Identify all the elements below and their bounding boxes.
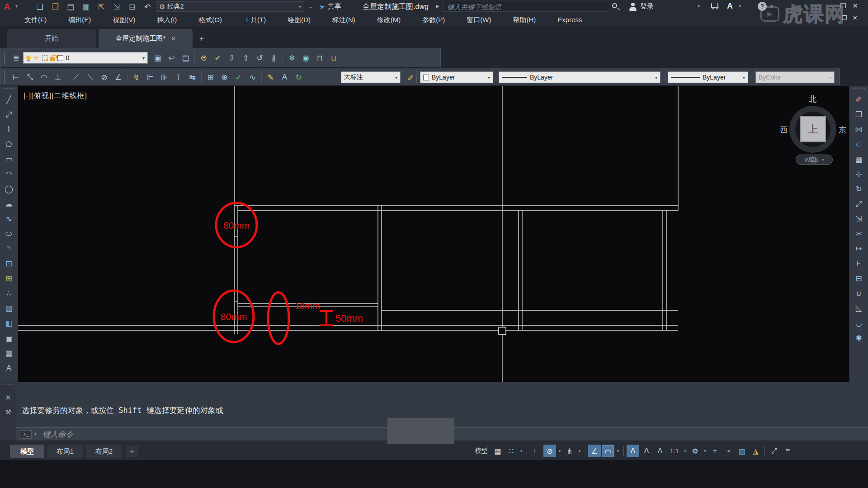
app-store-cart-icon[interactable]	[711, 3, 719, 8]
annotation-visibility-icon[interactable]: Λ	[627, 445, 639, 457]
layer-state-manager-icon[interactable]: ▤	[179, 51, 193, 65]
layer-walk-icon[interactable]: ↺	[253, 51, 267, 65]
hatch-icon[interactable]: ▨	[2, 301, 16, 316]
toolbar-grip[interactable]	[853, 88, 865, 91]
line-icon[interactable]: ╱	[2, 92, 16, 107]
spline-icon[interactable]: ∿	[2, 211, 16, 226]
region-icon[interactable]: ▣	[2, 331, 16, 346]
open-from-mobile-icon[interactable]: ⇲	[110, 1, 123, 12]
autocad-logo-icon[interactable]: A	[4, 1, 10, 12]
fillet-icon[interactable]: ◡	[852, 316, 866, 331]
layer-match-icon[interactable]: ✔	[211, 51, 225, 65]
wcs-dropdown[interactable]: WCS ▾	[796, 155, 833, 165]
login-dropdown-icon[interactable]: ▾	[698, 4, 700, 9]
login-button[interactable]: 登录	[640, 2, 654, 11]
compass-east-label[interactable]: 东	[839, 125, 846, 135]
object-snap-tracking-icon[interactable]: ∠	[588, 445, 601, 457]
recent-commands-icon[interactable]: ▾	[34, 432, 40, 436]
insert-block-icon[interactable]: ⊡	[2, 256, 16, 271]
dim-style-dropdown[interactable]: 大标注 ▾	[341, 71, 401, 83]
dim-ordinate-icon[interactable]: ⊥	[51, 70, 65, 84]
scale-icon[interactable]: ⤢	[852, 197, 866, 211]
toolbar-overflow-icon[interactable]: ⌄	[308, 3, 313, 9]
layer-previous-icon[interactable]: ↩	[165, 51, 179, 65]
wrench-icon[interactable]: ⚒	[3, 407, 14, 417]
layout-tab-model[interactable]: 模型	[10, 445, 44, 458]
move-icon[interactable]: ⊹	[852, 167, 866, 182]
menu-dimension[interactable]: 标注(N)	[321, 14, 366, 26]
model-paper-toggle-icon[interactable]: 模型	[472, 445, 491, 457]
help-dropdown-icon[interactable]: ▾	[770, 4, 773, 9]
object-color-dropdown[interactable]: ByLayer ▾	[420, 71, 493, 83]
viewport-freeze-icon[interactable]	[42, 55, 47, 61]
gradient-icon[interactable]: ◧	[2, 316, 16, 331]
menu-view[interactable]: 视图(V)	[102, 14, 146, 26]
menu-window[interactable]: 窗口(W)	[456, 14, 502, 26]
layer-properties-icon[interactable]: ≣	[9, 51, 23, 65]
plot-icon[interactable]: ⊟	[126, 1, 138, 12]
point-icon[interactable]: ∴	[2, 286, 16, 301]
close-window-icon[interactable]: ✕	[852, 2, 858, 10]
polar-dropdown-icon[interactable]: ▾	[557, 445, 562, 457]
dim-aligned-icon[interactable]: ⤡	[23, 70, 37, 84]
restore-window-icon[interactable]: ❐	[840, 2, 846, 10]
clean-screen-icon[interactable]: ◮	[749, 445, 762, 457]
object-snap-icon[interactable]: ▭	[602, 445, 614, 457]
construction-line-icon[interactable]: ⤢	[2, 107, 16, 122]
dim-radius-icon[interactable]: ⟋	[69, 70, 83, 84]
layer-freeze-icon[interactable]: ❄	[285, 51, 299, 65]
polygon-icon[interactable]: ⬠	[2, 137, 16, 152]
account-dropdown-icon[interactable]: ▾	[739, 4, 741, 9]
multiline-text-icon[interactable]: A	[2, 361, 16, 375]
table-icon[interactable]: ▦	[2, 346, 16, 361]
layer-merge-icon[interactable]: ∦	[267, 51, 281, 65]
annotation-scale-icon[interactable]: 1:1	[667, 445, 681, 457]
layer-lock-icon[interactable]: ⊓	[313, 51, 327, 65]
layer-off-icon[interactable]: ◉	[299, 51, 313, 65]
toolbar-grip[interactable]	[4, 71, 7, 83]
auto-annotation-scale-icon[interactable]: Λ	[640, 445, 653, 457]
viewcube-top-face[interactable]: 上	[800, 116, 826, 142]
menu-modify[interactable]: 修改(M)	[366, 14, 412, 26]
save-as-icon[interactable]: ▥	[80, 1, 92, 12]
linetype-dropdown[interactable]: ByLayer ▾	[499, 71, 660, 83]
save-icon[interactable]: ▤	[64, 1, 77, 12]
menu-edit[interactable]: 编辑(E)	[57, 14, 102, 26]
crosshair-icon[interactable]: +	[708, 445, 721, 457]
toolbar-grip[interactable]	[416, 71, 420, 83]
break-at-point-icon[interactable]: ⊦	[852, 256, 866, 271]
explode-icon[interactable]: ✱	[852, 331, 866, 346]
iso-dropdown-icon[interactable]: ▾	[577, 445, 582, 457]
copy-objects-to-layer-icon[interactable]: ⇧	[239, 51, 253, 65]
polar-tracking-icon[interactable]: ⊘	[543, 445, 556, 457]
make-object-layer-current-icon[interactable]: ▣	[151, 51, 165, 65]
tab-start[interactable]: 开始	[7, 29, 96, 48]
lineweight-dropdown[interactable]: ByLayer ▾	[668, 71, 748, 83]
autodesk-account-icon[interactable]: A	[727, 1, 733, 11]
trim-icon[interactable]: ✂	[852, 226, 866, 241]
annotation-monitor-icon[interactable]: Λ	[654, 445, 666, 457]
revision-cloud-icon[interactable]: ☁	[2, 197, 16, 211]
osnap-dropdown-icon[interactable]: ▾	[615, 445, 621, 457]
tab-close-icon[interactable]: ✕	[171, 35, 176, 42]
dim-linear-icon[interactable]: ⊢	[9, 70, 23, 84]
new-file-icon[interactable]: ❏	[33, 1, 46, 12]
workspace-dropdown[interactable]: ⚙ 经典2 ▾	[156, 1, 304, 12]
array-icon[interactable]: ▦	[852, 152, 866, 167]
dim-arc-length-icon[interactable]: ◠	[37, 70, 51, 84]
menu-insert[interactable]: 插入(I)	[146, 14, 188, 26]
dim-update-icon[interactable]: ↻	[292, 70, 306, 84]
dim-spacing-icon[interactable]: ⊺	[171, 70, 185, 84]
help-icon[interactable]: ?	[758, 2, 767, 11]
isometric-drafting-icon[interactable]: ⋔	[563, 445, 576, 457]
save-to-mobile-icon[interactable]: ⇱	[95, 1, 108, 12]
scale-dropdown-icon[interactable]: ▾	[682, 445, 688, 457]
search-input[interactable]	[443, 2, 607, 11]
isolate-objects-icon[interactable]: ▫	[722, 445, 735, 457]
mirror-icon[interactable]: ⋈	[852, 122, 866, 137]
menu-express[interactable]: Express	[547, 14, 593, 26]
dim-style-manager-icon[interactable]: ✐	[403, 71, 417, 85]
dim-jogged-icon[interactable]: ⟍	[83, 70, 97, 84]
dim-continue-icon[interactable]: ⊪	[157, 70, 171, 84]
grid-display-icon[interactable]: ▦	[491, 445, 504, 457]
